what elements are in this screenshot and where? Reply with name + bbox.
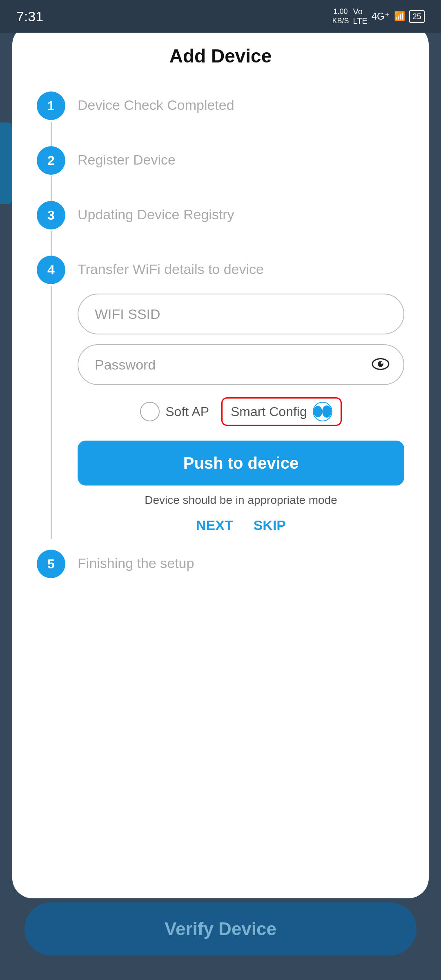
smart-config-option[interactable]: Smart Config <box>221 397 342 426</box>
password-input[interactable] <box>78 344 404 385</box>
step-5-circle: 5 <box>37 550 65 578</box>
signal-bars-icon: 📶 <box>394 11 405 22</box>
svg-point-1 <box>378 361 383 367</box>
next-button[interactable]: NEXT <box>196 517 233 533</box>
wifi-ssid-input[interactable] <box>78 294 404 334</box>
step-3-circle: 3 <box>37 201 65 229</box>
smart-config-radio[interactable] <box>313 402 332 421</box>
step-3-left: 3 <box>37 201 65 256</box>
step-4-content: Transfer WiFi details to device <box>78 256 404 541</box>
step-1-circle: 1 <box>37 91 65 120</box>
password-wrapper <box>78 344 404 385</box>
step-3-label: Updating Device Registry <box>78 207 234 222</box>
step-2-line <box>51 176 52 201</box>
step-2-label: Register Device <box>78 152 176 167</box>
step-4-line <box>51 286 52 539</box>
status-icons: 1.00 KB/S VoLTE 4G⁺ 📶 25 <box>332 7 425 26</box>
nav-link-row: NEXT SKIP <box>78 517 404 533</box>
left-accent <box>0 122 12 204</box>
step-5-row: 5 Finishing the setup <box>37 550 404 578</box>
step-3-content: Updating Device Registry <box>78 201 404 223</box>
step-1-content: Device Check Completed <box>78 91 404 113</box>
step-4-label: Transfer WiFi details to device <box>78 261 404 277</box>
step-1-left: 1 <box>37 91 65 146</box>
svg-point-2 <box>381 362 383 364</box>
verify-device-button[interactable]: Verify Device <box>24 902 416 956</box>
step-3-line <box>51 231 52 256</box>
config-mode-row: Soft AP Smart Config <box>78 397 404 426</box>
device-mode-hint: Device should be in appropriate mode <box>78 494 404 507</box>
battery-icon: 25 <box>409 10 425 23</box>
status-bar: 7:31 1.00 KB/S VoLTE 4G⁺ 📶 25 <box>0 0 441 33</box>
step-2-row: 2 Register Device <box>37 146 404 201</box>
step-4-left: 4 <box>37 256 65 539</box>
status-time: 7:31 <box>16 9 43 24</box>
step-4-circle: 4 <box>37 256 65 284</box>
eye-icon[interactable] <box>372 356 390 374</box>
step-5-label: Finishing the setup <box>78 555 194 571</box>
step-1-label: Device Check Completed <box>78 97 234 113</box>
network-speed: 1.00 KB/S <box>332 7 349 26</box>
steps-list: 1 Device Check Completed 2 Register Devi… <box>37 91 404 578</box>
step-5-content: Finishing the setup <box>78 550 404 571</box>
add-device-card: Add Device 1 Device Check Completed 2 <box>12 24 429 898</box>
step-5-left: 5 <box>37 550 65 578</box>
step-2-left: 2 <box>37 146 65 201</box>
push-to-device-button[interactable]: Push to device <box>78 441 404 486</box>
soft-ap-option[interactable]: Soft AP <box>140 402 209 421</box>
skip-button[interactable]: SKIP <box>254 517 286 533</box>
lte-icon: VoLTE <box>353 7 368 26</box>
smart-config-label: Smart Config <box>231 404 307 419</box>
page-title: Add Device <box>37 45 404 67</box>
step-4-row: 4 Transfer WiFi details to device <box>37 256 404 541</box>
soft-ap-label: Soft AP <box>165 404 209 419</box>
step-1-row: 1 Device Check Completed <box>37 91 404 146</box>
signal-icon: 4G⁺ <box>372 11 390 22</box>
step-3-row: 3 Updating Device Registry <box>37 201 404 256</box>
step-1-line <box>51 122 52 146</box>
soft-ap-radio[interactable] <box>140 402 160 421</box>
step-2-content: Register Device <box>78 146 404 168</box>
step-2-circle: 2 <box>37 146 65 175</box>
